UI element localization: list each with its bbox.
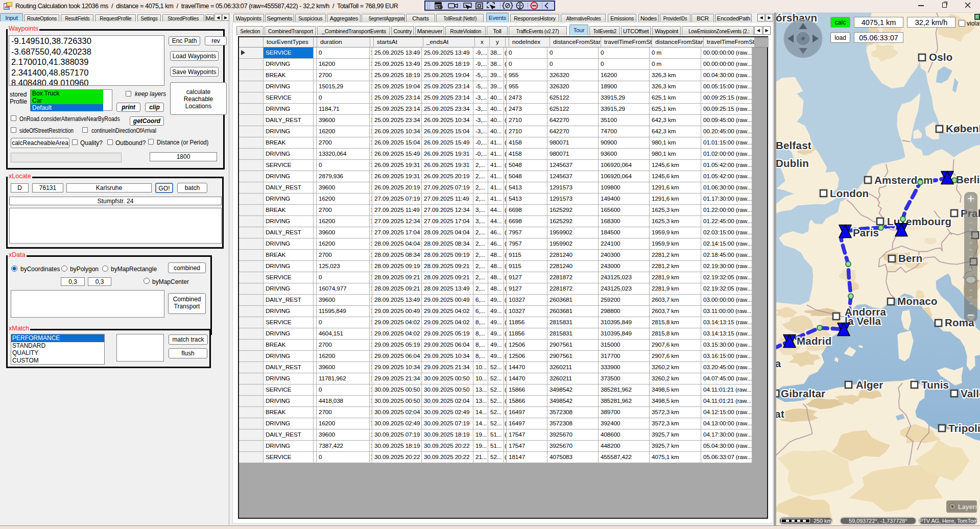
svg-text:Valletta: Valletta <box>961 388 980 399</box>
svg-text:Dublin: Dublin <box>776 157 809 169</box>
svg-text:Monaco: Monaco <box>897 295 938 307</box>
svg-text:Berlin: Berlin <box>956 174 980 185</box>
svg-text:Bern: Bern <box>898 252 923 264</box>
svg-text:Gibraltar: Gibraltar <box>781 388 825 399</box>
svg-text:London: London <box>830 187 869 199</box>
svg-text:Tripoli: Tripoli <box>948 422 980 434</box>
svg-text:Madrid: Madrid <box>797 335 831 347</box>
svg-text:Alger: Alger <box>856 379 883 391</box>
svg-text:Tunis: Tunis <box>921 379 949 391</box>
svg-text:Amsterdam: Amsterdam <box>874 174 933 186</box>
svg-text:Paris: Paris <box>853 227 879 238</box>
svg-text:København: København <box>946 123 980 134</box>
svg-text:Belfast: Belfast <box>776 139 811 151</box>
svg-text:Lisboa: Lisboa <box>776 357 781 369</box>
svg-text:Oslo: Oslo <box>929 51 952 63</box>
svg-text:Rabat: Rabat <box>776 408 784 420</box>
svg-text:la Vella: la Vella <box>845 315 881 327</box>
